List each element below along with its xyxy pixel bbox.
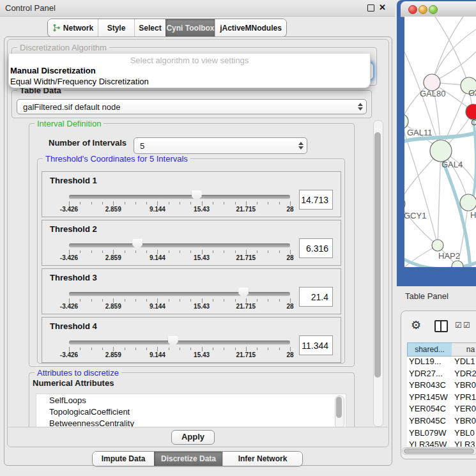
minor-tick — [91, 348, 92, 350]
column-header-shared-name[interactable]: shared... — [407, 342, 452, 357]
slider-track[interactable] — [69, 341, 290, 345]
minor-tick — [190, 299, 191, 302]
list-scrollbar-thumb[interactable] — [336, 397, 342, 418]
combo-arrows-icon — [355, 103, 366, 111]
float-window-icon[interactable] — [367, 4, 374, 12]
table-row[interactable]: YDR27...YDR2 — [407, 369, 476, 381]
slider-thumb[interactable] — [168, 336, 178, 348]
network-node[interactable] — [404, 197, 405, 210]
major-tick — [69, 201, 70, 206]
column-header-name[interactable]: na — [452, 342, 476, 357]
columns-icon[interactable] — [434, 320, 448, 332]
network-window-titlebar[interactable] — [401, 1, 476, 17]
main-scrollbar-thumb[interactable] — [374, 132, 381, 378]
tab-select[interactable]: Select — [134, 19, 165, 36]
checkbox-icon[interactable]: ☑ — [463, 321, 470, 330]
node-table-rows[interactable]: YDL19...YDL1YDR27...YDR2YBR043CYBR0YPR14… — [407, 357, 476, 447]
minor-tick — [224, 202, 224, 204]
network-node[interactable] — [460, 194, 476, 211]
slider-track[interactable] — [69, 292, 290, 296]
major-tick — [290, 250, 291, 254]
network-node[interactable] — [404, 114, 408, 129]
table-data-combobox[interactable]: galFiltered.sif default node — [17, 99, 367, 114]
network-node[interactable] — [430, 140, 452, 162]
attribute-list-item[interactable]: TopologicalCoefficient — [49, 407, 130, 417]
attribute-list-item[interactable]: SelfLoops — [49, 395, 86, 405]
tick-label: 2.859 — [105, 206, 121, 213]
apply-separator — [8, 427, 388, 427]
tick-label: 2.859 — [105, 303, 121, 310]
dropdown-option-manual[interactable]: Manual Discretization — [10, 66, 96, 75]
network-canvas[interactable]: GAL80GACGAL11GAL4GCY1HHAP2 — [404, 17, 476, 267]
major-tick — [113, 347, 114, 351]
minor-tick — [135, 250, 136, 253]
network-edge[interactable] — [432, 17, 463, 82]
network-edge[interactable] — [435, 17, 469, 86]
gear-icon[interactable]: ⚙ — [411, 318, 421, 332]
major-tick — [202, 347, 203, 351]
network-icon — [52, 24, 61, 32]
table-row[interactable]: YLR345WYLR3 — [407, 440, 476, 447]
tab-label: Impute Data — [102, 454, 146, 463]
table-hscrollbar-thumb[interactable] — [404, 449, 474, 454]
table-row[interactable]: YDL19...YDL1 — [407, 357, 476, 369]
table-row[interactable]: YBL079WYBL0 — [407, 428, 476, 440]
checkbox-icon[interactable]: ☑ — [455, 321, 462, 330]
network-edge[interactable] — [438, 151, 441, 245]
list-scrollbar[interactable] — [335, 395, 344, 427]
tick-label: 21.715 — [236, 303, 256, 310]
minor-tick — [257, 348, 257, 350]
dropdown-option-equal-width[interactable]: Equal Width/Frequency Discretization — [10, 77, 149, 86]
tab-cyni-toolbox[interactable]: Cyni Toolbox — [165, 19, 215, 36]
network-node[interactable] — [452, 261, 463, 267]
slider-track[interactable] — [69, 195, 290, 199]
slider-thumb[interactable] — [238, 288, 249, 299]
slider-track[interactable] — [69, 243, 290, 248]
minimize-traffic-light[interactable] — [418, 5, 427, 14]
tick-label: 15.43 — [194, 303, 210, 310]
threshold-value-field[interactable]: 11.344 — [299, 335, 333, 355]
network-edge[interactable] — [432, 29, 476, 82]
attribute-list-item[interactable]: BetweennessCentrality — [49, 418, 134, 427]
close-traffic-light[interactable] — [408, 5, 417, 14]
minor-tick — [125, 202, 125, 204]
threshold-value-field[interactable]: 14.713 — [299, 190, 333, 210]
minor-tick — [224, 250, 224, 253]
minor-tick — [102, 250, 103, 253]
table-row[interactable]: YBR043CYBR0 — [407, 380, 476, 392]
table-hscrollbar[interactable] — [402, 447, 476, 455]
tab-infer-network[interactable]: Infer Network — [222, 452, 302, 466]
tab-network[interactable]: Network — [48, 19, 98, 36]
slider-thumb[interactable] — [132, 239, 142, 250]
numerical-attributes-list[interactable]: SelfLoopsTopologicalCoefficientBetweenne… — [36, 394, 346, 427]
minor-tick — [268, 299, 268, 302]
tab-style[interactable]: Style — [98, 19, 134, 36]
major-tick — [202, 250, 203, 254]
table-row[interactable]: YER054CYER0 — [407, 404, 476, 416]
minor-tick — [224, 299, 224, 302]
tab-jactivemnodules[interactable]: jActiveMNodules — [215, 19, 286, 36]
slider-thumb[interactable] — [192, 190, 202, 202]
network-node[interactable] — [432, 240, 443, 251]
network-edge-thick[interactable] — [473, 119, 476, 196]
window-title: Control Panel — [5, 3, 56, 13]
zoom-traffic-light[interactable] — [429, 5, 438, 14]
minor-tick — [146, 202, 147, 204]
tab-impute-data[interactable]: Impute Data — [93, 452, 154, 466]
minor-tick — [180, 250, 180, 253]
tick-label: 28 — [286, 206, 293, 213]
threshold-value-field[interactable]: 21.4 — [299, 287, 333, 307]
main-scrollbar[interactable] — [373, 120, 383, 427]
number-of-intervals-combobox[interactable]: 5 — [134, 137, 307, 154]
table-row[interactable]: YBR045CYBR0 — [407, 416, 476, 428]
tab-discretize-data[interactable]: Discretize Data — [154, 452, 222, 466]
table-row[interactable]: YPR145WYPR1 — [407, 392, 476, 404]
minor-tick — [235, 299, 236, 302]
apply-button[interactable]: Apply — [171, 430, 215, 445]
minor-tick — [146, 250, 147, 253]
major-tick — [246, 298, 247, 303]
cell-shared-name: YDL19... — [409, 357, 441, 366]
close-icon[interactable]: ✕ — [379, 3, 386, 12]
threshold-value-field[interactable]: 6.316 — [299, 238, 333, 258]
tick-label: 15.43 — [194, 254, 210, 261]
